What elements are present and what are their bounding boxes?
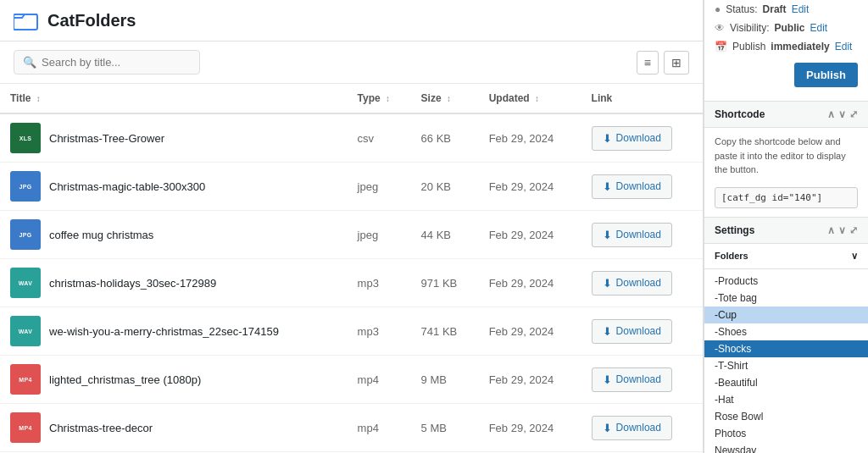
file-icon: XLS bbox=[10, 123, 41, 153]
file-link-cell: ⬇ Download bbox=[581, 404, 703, 452]
download-icon: ⬇ bbox=[603, 229, 612, 241]
file-name: coffee mug christmas bbox=[49, 229, 153, 241]
download-label: Download bbox=[616, 180, 661, 192]
sort-type-icon: ↕ bbox=[386, 94, 390, 103]
table-row: MP4 Christmas-tree-decor mp4 5 MB Feb 29… bbox=[0, 404, 703, 452]
folders-collapse-icon[interactable]: ∨ bbox=[851, 251, 858, 262]
file-size-cell: 971 KB bbox=[411, 259, 479, 307]
status-edit-link[interactable]: Edit bbox=[792, 3, 810, 15]
download-button[interactable]: ⬇ Download bbox=[592, 367, 672, 392]
download-button[interactable]: ⬇ Download bbox=[592, 174, 672, 199]
shortcode-value[interactable]: [catf_dg id="140"] bbox=[715, 187, 858, 208]
file-size-cell: 20 KB bbox=[411, 163, 479, 211]
settings-chevron-up[interactable]: ∧ bbox=[827, 224, 835, 236]
col-type[interactable]: Type ↕ bbox=[348, 84, 411, 113]
col-title[interactable]: Title ↕ bbox=[0, 84, 348, 113]
expand-icon[interactable]: ⤢ bbox=[849, 108, 858, 120]
publish-section: ● Status: Draft Edit 👁 Visibility: Publi… bbox=[704, 0, 868, 102]
file-title-cell: MP4 Christmas-tree-decor bbox=[0, 404, 348, 452]
file-type-cell: jpeg bbox=[348, 163, 411, 211]
folder-item[interactable]: -Shoes bbox=[704, 323, 868, 340]
table-row: WAV christmas-holidays_30sec-172989 mp3 … bbox=[0, 259, 703, 307]
file-name: Christmas-magic-table-300x300 bbox=[49, 180, 205, 193]
chevron-up-icon[interactable]: ∧ bbox=[827, 108, 835, 120]
shortcode-section-header: Shortcode ∧ ∨ ⤢ bbox=[704, 102, 868, 128]
status-value: Draft bbox=[763, 3, 787, 15]
table-header-row: Title ↕ Type ↕ Size ↕ Updated ↕ Link bbox=[0, 84, 703, 113]
visibility-icon: 👁 bbox=[715, 22, 725, 34]
download-button[interactable]: ⬇ Download bbox=[592, 223, 672, 247]
download-button[interactable]: ⬇ Download bbox=[592, 126, 672, 151]
app-logo-icon bbox=[14, 10, 39, 30]
download-icon: ⬇ bbox=[603, 277, 612, 290]
settings-section: Settings ∧ ∨ ⤢ Folders ∨ -Products-Tote … bbox=[704, 218, 868, 454]
sort-size-icon: ↕ bbox=[447, 94, 451, 103]
shortcode-controls: ∧ ∨ ⤢ bbox=[827, 108, 858, 120]
file-icon-label: MP4 bbox=[19, 377, 31, 383]
table-row: JPG Christmas-magic-table-300x300 jpeg 2… bbox=[0, 163, 703, 211]
folder-item[interactable]: -Tote bag bbox=[704, 290, 868, 307]
status-row: ● Status: Draft Edit bbox=[704, 0, 868, 19]
shortcode-title: Shortcode bbox=[715, 108, 765, 120]
grid-view-button[interactable]: ⊞ bbox=[664, 51, 689, 75]
file-icon-label: JPG bbox=[19, 184, 32, 190]
col-size[interactable]: Size ↕ bbox=[411, 84, 479, 113]
file-type-cell: mp3 bbox=[348, 259, 411, 307]
folder-item[interactable]: Newsday bbox=[704, 442, 868, 454]
shortcode-description: Copy the shortcode below and paste it in… bbox=[704, 128, 868, 184]
publish-timing-row: 📅 Publish immediately Edit bbox=[704, 37, 868, 56]
folder-item[interactable]: Photos bbox=[704, 425, 868, 442]
file-link-cell: ⬇ Download bbox=[581, 163, 703, 211]
settings-chevron-down[interactable]: ∨ bbox=[838, 224, 846, 236]
publish-timing-edit-link[interactable]: Edit bbox=[835, 41, 853, 52]
visibility-edit-link[interactable]: Edit bbox=[810, 22, 827, 34]
visibility-row: 👁 Visibility: Public Edit bbox=[704, 19, 868, 37]
folder-item[interactable]: -Beautiful bbox=[704, 374, 868, 391]
search-box[interactable]: 🔍 bbox=[14, 50, 200, 75]
download-icon: ⬇ bbox=[603, 422, 612, 434]
publish-button[interactable]: Publish bbox=[794, 63, 858, 87]
file-icon-label: JPG bbox=[19, 232, 32, 238]
file-title-cell: JPG coffee mug christmas bbox=[0, 211, 348, 259]
svg-rect-0 bbox=[14, 14, 37, 30]
visibility-value: Public bbox=[774, 22, 804, 34]
status-label: Status: bbox=[726, 3, 757, 15]
file-updated-cell: Feb 29, 2024 bbox=[479, 356, 581, 404]
file-size-cell: 9 MB bbox=[411, 356, 479, 404]
folder-item[interactable]: -T-Shirt bbox=[704, 357, 868, 374]
settings-section-header: Settings ∧ ∨ ⤢ bbox=[704, 218, 868, 244]
file-link-cell: ⬇ Download bbox=[581, 259, 703, 307]
folder-item[interactable]: -Shocks bbox=[704, 340, 868, 357]
folder-item[interactable]: -Cup bbox=[704, 307, 868, 323]
file-size-cell: 44 KB bbox=[411, 211, 479, 259]
folder-item[interactable]: -Hat bbox=[704, 391, 868, 408]
folder-item[interactable]: Rose Bowl bbox=[704, 408, 868, 425]
folder-item[interactable]: -Products bbox=[704, 273, 868, 290]
download-icon: ⬇ bbox=[603, 373, 612, 386]
download-button[interactable]: ⬇ Download bbox=[592, 319, 672, 344]
download-label: Download bbox=[616, 132, 661, 144]
settings-expand-icon[interactable]: ⤢ bbox=[849, 224, 858, 236]
file-type-cell: mp3 bbox=[348, 307, 411, 356]
download-label: Download bbox=[616, 229, 661, 240]
sort-title-icon: ↕ bbox=[36, 94, 41, 103]
list-view-button[interactable]: ≡ bbox=[637, 51, 659, 75]
col-link: Link bbox=[581, 84, 703, 113]
download-button[interactable]: ⬇ Download bbox=[592, 416, 672, 440]
download-label: Download bbox=[616, 422, 661, 434]
file-type-cell: mp4 bbox=[348, 356, 411, 404]
search-icon: 🔍 bbox=[23, 56, 36, 69]
app-header: CatFolders bbox=[0, 0, 703, 41]
file-icon: WAV bbox=[10, 316, 41, 346]
table-row: JPG coffee mug christmas jpeg 44 KB Feb … bbox=[0, 211, 703, 259]
settings-controls: ∧ ∨ ⤢ bbox=[827, 224, 858, 236]
search-input[interactable] bbox=[42, 56, 191, 69]
download-button[interactable]: ⬇ Download bbox=[592, 271, 672, 296]
download-icon: ⬇ bbox=[603, 132, 612, 145]
download-icon: ⬇ bbox=[603, 325, 612, 338]
file-name: Christmas-tree-decor bbox=[49, 422, 153, 434]
folders-label: Folders bbox=[715, 251, 748, 261]
col-updated[interactable]: Updated ↕ bbox=[479, 84, 581, 113]
settings-title: Settings bbox=[715, 224, 754, 236]
chevron-down-icon[interactable]: ∨ bbox=[838, 108, 846, 120]
